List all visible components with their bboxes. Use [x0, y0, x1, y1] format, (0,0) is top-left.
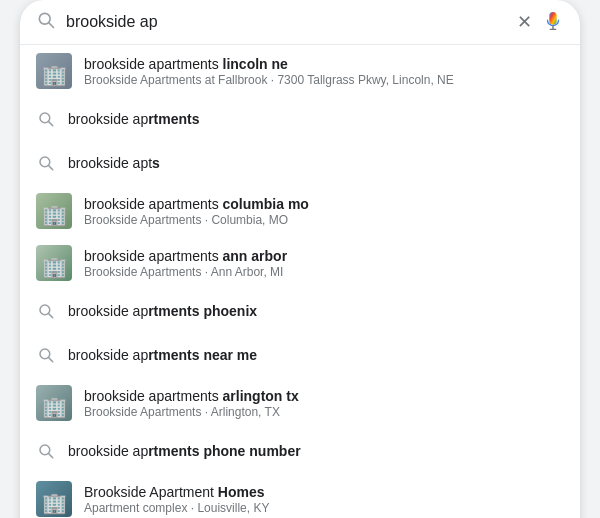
svg-line-9 [49, 314, 53, 318]
autocomplete-container: ✕ brookside apartments l [20, 0, 580, 518]
suggestion-item[interactable]: brookside apartments ann arbor Brookside… [20, 237, 580, 289]
suggestion-sub: Brookside Apartments · Ann Arbor, MI [84, 265, 564, 279]
suggestion-text: brookside aprtments phone number [68, 443, 564, 459]
search-suggestion-icon [36, 346, 56, 364]
suggestion-main: brookside aprtments [68, 111, 564, 127]
svg-line-11 [49, 358, 53, 362]
suggestion-text: brookside apartments arlington tx Brooks… [84, 388, 564, 419]
suggestion-text: brookside apts [68, 155, 564, 171]
suggestion-item[interactable]: brookside aprtments phoenix [20, 289, 580, 333]
suggestion-text: brookside apartments columbia mo Brooksi… [84, 196, 564, 227]
suggestion-text: brookside apartments lincoln ne Brooksid… [84, 56, 564, 87]
suggestion-item[interactable]: brookside apartments columbia mo Brooksi… [20, 185, 580, 237]
search-suggestion-icon [36, 110, 56, 128]
suggestion-text: brookside apartments ann arbor Brookside… [84, 248, 564, 279]
suggestion-item[interactable]: brookside apartments lincoln ne Brooksid… [20, 45, 580, 97]
search-input[interactable] [66, 13, 507, 31]
svg-line-1 [49, 23, 54, 28]
suggestion-text: brookside aprtments [68, 111, 564, 127]
suggestion-text: Brookside Apartment Homes Apartment comp… [84, 484, 564, 515]
suggestion-main: brookside aprtments phone number [68, 443, 564, 459]
suggestions-list: brookside apartments lincoln ne Brooksid… [20, 45, 580, 518]
microphone-icon[interactable] [542, 11, 564, 33]
svg-line-13 [49, 454, 53, 458]
suggestion-thumbnail [36, 53, 72, 89]
suggestion-item[interactable]: Brookside Apartment Homes Apartment comp… [20, 473, 580, 518]
search-suggestion-icon [36, 442, 56, 460]
suggestion-thumbnail [36, 481, 72, 517]
suggestion-main: Brookside Apartment Homes [84, 484, 564, 500]
search-bar: ✕ [20, 0, 580, 45]
svg-line-7 [49, 166, 53, 170]
suggestion-main: brookside apartments ann arbor [84, 248, 564, 264]
suggestion-item[interactable]: brookside aprtments phone number [20, 429, 580, 473]
search-suggestion-icon [36, 302, 56, 320]
suggestion-item[interactable]: brookside aprtments near me [20, 333, 580, 377]
suggestion-main: brookside apts [68, 155, 564, 171]
suggestion-sub: Brookside Apartments · Columbia, MO [84, 213, 564, 227]
suggestion-main: brookside apartments columbia mo [84, 196, 564, 212]
suggestion-main: brookside aprtments near me [68, 347, 564, 363]
suggestion-item[interactable]: brookside apartments arlington tx Brooks… [20, 377, 580, 429]
suggestion-main: brookside apartments lincoln ne [84, 56, 564, 72]
search-icon [36, 10, 56, 34]
suggestion-item[interactable]: brookside apts [20, 141, 580, 185]
suggestion-sub: Apartment complex · Louisville, KY [84, 501, 564, 515]
suggestion-sub: Brookside Apartments · Arlington, TX [84, 405, 564, 419]
clear-icon[interactable]: ✕ [517, 11, 532, 33]
search-suggestion-icon [36, 154, 56, 172]
suggestion-main: brookside apartments arlington tx [84, 388, 564, 404]
suggestion-thumbnail [36, 385, 72, 421]
svg-line-5 [49, 122, 53, 126]
suggestion-thumbnail [36, 193, 72, 229]
suggestion-main: brookside aprtments phoenix [68, 303, 564, 319]
suggestion-text: brookside aprtments near me [68, 347, 564, 363]
suggestion-thumbnail [36, 245, 72, 281]
suggestion-item[interactable]: brookside aprtments [20, 97, 580, 141]
suggestion-sub: Brookside Apartments at Fallbrook · 7300… [84, 73, 564, 87]
suggestion-text: brookside aprtments phoenix [68, 303, 564, 319]
